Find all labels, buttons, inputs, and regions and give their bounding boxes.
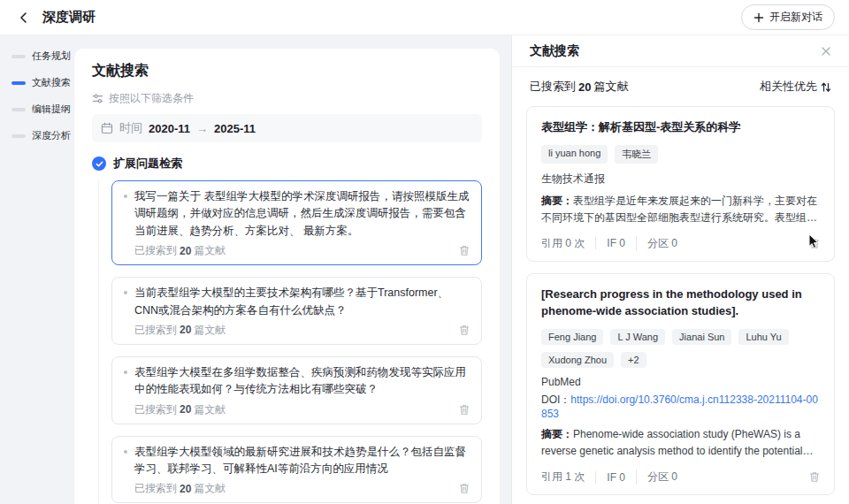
paper-stats: 引用 1 次 IF 0 分区 0 (541, 470, 820, 485)
results-count-suffix: 篇文献 (593, 79, 628, 95)
step-edit-outline[interactable]: 编辑提纲 (11, 103, 73, 116)
delete-icon[interactable] (809, 238, 820, 249)
calendar-icon (101, 122, 113, 134)
result-prefix: 已搜索到 (134, 481, 177, 496)
results-count-prefix: 已搜索到 (530, 79, 576, 95)
result-count: 20 (180, 245, 191, 257)
back-button[interactable] (14, 8, 34, 27)
bullet-icon (124, 195, 127, 198)
paper-card[interactable]: [Research progress in the methodology us… (526, 273, 835, 495)
query-text-row: 表型组学大模型领域的最新研究进展和技术趋势是什么？包括自监督学习、联邦学习、可解… (124, 444, 470, 478)
step-deep-analysis[interactable]: 深度分析 (11, 129, 73, 142)
result-prefix: 已搜索到 (134, 323, 177, 338)
main-column: 文献搜索 按照以下筛选条件 时间 2020-11 → 2025-11 扩展问题检… (73, 35, 500, 504)
time-end-value: 2025-11 (214, 122, 256, 135)
results-panel: 文献搜索 已搜索到 20 篇文献 相关性优先 表型组学：解析基因型-表型关系的科… (511, 35, 849, 504)
result-count: 20 (180, 403, 191, 416)
result-suffix: 篇文献 (194, 243, 226, 258)
query-footer: 已搜索到 20 篇文献 (124, 243, 470, 258)
query-card[interactable]: 表型组学大模型在多组学数据整合、疾病预测和药物发现等实际应用中的性能表现如何？与… (111, 356, 482, 424)
paper-source: 生物技术通报 (541, 172, 820, 187)
time-filter[interactable]: 时间 2020-11 → 2025-11 (92, 114, 482, 142)
paper-stats: 引用 0 次 IF 0 分区 0 (541, 236, 820, 251)
literature-search-section: 文献搜索 按照以下筛选条件 时间 2020-11 → 2025-11 扩展问题检… (74, 49, 500, 504)
paper-card[interactable]: 表型组学：解析基因型-表型关系的科学 li yuan hong 韦晓兰 生物技术… (526, 106, 835, 262)
step-indicator (11, 134, 26, 138)
time-range-arrow: → (196, 122, 208, 135)
abstract-text: 表型组学是近年来发展起来的一门新科学，主要对在不同环境下的基因型全部细胞表型进行… (541, 195, 817, 226)
sort-label: 相关性优先 (760, 79, 817, 95)
result-prefix: 已搜索到 (134, 243, 177, 258)
page-title: 深度调研 (42, 9, 96, 26)
bullet-icon (124, 370, 127, 374)
time-filter-label: 时间 (119, 120, 142, 136)
abstract-label: 摘要： (541, 195, 573, 207)
paper-title: 表型组学：解析基因型-表型关系的科学 (541, 118, 820, 136)
sort-control[interactable]: 相关性优先 (760, 79, 831, 95)
author-tag: Feng Jiang (541, 329, 603, 345)
result-suffix: 篇文献 (194, 402, 226, 417)
new-chat-button[interactable]: 开启新对话 (741, 4, 835, 30)
results-panel-header: 文献搜索 (512, 35, 849, 67)
step-sidebar: 任务规划 文献搜索 编辑提纲 深度分析 (0, 35, 73, 504)
paper-title: [Research progress in the methodology us… (541, 286, 820, 320)
delete-icon[interactable] (459, 325, 470, 336)
sort-icon (821, 81, 831, 93)
abstract-text: Phenome-wide association study (PheWAS) … (541, 428, 814, 460)
doi-row: DOI：https://doi.org/10.3760/cma.j.cn1123… (541, 393, 820, 420)
topbar: 深度调研 开启新对话 (0, 0, 849, 35)
filter-hint-row: 按照以下筛选条件 (92, 91, 482, 106)
step-label: 深度分析 (32, 129, 71, 142)
query-text: 我写一篇关于 表型组学大模型的学术深度调研报告，请按照模版生成调研题纲，并做对应… (134, 188, 470, 240)
delete-icon[interactable] (459, 404, 470, 416)
results-count: 20 (578, 80, 591, 94)
query-card[interactable]: 我写一篇关于 表型组学大模型的学术深度调研报告，请按照模版生成调研题纲，并做对应… (111, 180, 482, 265)
step-label: 任务规划 (32, 50, 71, 63)
author-tag: L J Wang (610, 329, 665, 345)
result-count: 20 (180, 483, 191, 495)
delete-icon[interactable] (459, 483, 470, 494)
bullet-icon (124, 291, 127, 294)
partition-value: 分区 0 (636, 470, 688, 485)
query-card[interactable]: 当前表型组学大模型的主要技术架构有哪些？基于Transformer、CNN或混合… (111, 277, 482, 345)
section-title: 文献搜索 (92, 62, 482, 80)
query-list: 我写一篇关于 表型组学大模型的学术深度调研报告，请按照模版生成调研题纲，并做对应… (98, 180, 482, 503)
step-literature-search[interactable]: 文献搜索 (11, 76, 73, 89)
result-count: 20 (180, 324, 191, 336)
paper-source: PubMed (541, 376, 820, 388)
doi-label: DOI： (541, 393, 570, 406)
filter-hint-text: 按照以下筛选条件 (109, 91, 194, 106)
result-suffix: 篇文献 (194, 481, 226, 496)
more-authors-tag[interactable]: +2 (621, 352, 646, 368)
expand-search-label: 扩展问题检索 (113, 156, 182, 172)
results-panel-title: 文献搜索 (530, 43, 579, 59)
step-label: 文献搜索 (32, 76, 71, 89)
query-footer: 已搜索到 20 篇文献 (124, 323, 470, 338)
time-start-value: 2020-11 (149, 122, 190, 135)
query-text-row: 我写一篇关于 表型组学大模型的学术深度调研报告，请按照模版生成调研题纲，并做对应… (124, 188, 470, 240)
step-task-planning[interactable]: 任务规划 (11, 50, 73, 63)
author-tags: Feng Jiang L J Wang Jianai Sun Luhu Yu X… (541, 329, 820, 368)
expand-search-row: 扩展问题检索 (92, 156, 482, 172)
partition-value: 分区 0 (636, 236, 688, 251)
paper-abstract: 摘要：表型组学是近年来发展起来的一门新科学，主要对在不同环境下的基因型全部细胞表… (541, 193, 820, 226)
step-indicator-active (11, 81, 26, 85)
citation-count: 引用 1 次 (541, 470, 595, 485)
author-tag: Xudong Zhou (541, 352, 614, 368)
abstract-label: 摘要： (541, 428, 573, 440)
result-prefix: 已搜索到 (134, 402, 177, 417)
query-footer: 已搜索到 20 篇文献 (124, 402, 470, 417)
query-footer: 已搜索到 20 篇文献 (124, 481, 470, 496)
filter-icon (92, 93, 103, 104)
delete-icon[interactable] (459, 245, 470, 256)
bullet-icon (124, 450, 127, 454)
delete-icon[interactable] (809, 471, 820, 483)
results-summary-row: 已搜索到 20 篇文献 相关性优先 (512, 67, 849, 104)
query-card[interactable]: 表型组学大模型领域的最新研究进展和技术趋势是什么？包括自监督学习、联邦学习、可解… (111, 436, 482, 504)
close-icon[interactable] (821, 46, 831, 57)
query-text: 当前表型组学大模型的主要技术架构有哪些？基于Transformer、CNN或混合… (134, 285, 470, 319)
checked-checkbox-icon[interactable] (92, 157, 106, 171)
query-text: 表型组学大模型领域的最新研究进展和技术趋势是什么？包括自监督学习、联邦学习、可解… (134, 444, 470, 478)
step-indicator (11, 108, 26, 111)
doi-link[interactable]: https://doi.org/10.3760/cma.j.cn112338-2… (541, 393, 818, 420)
